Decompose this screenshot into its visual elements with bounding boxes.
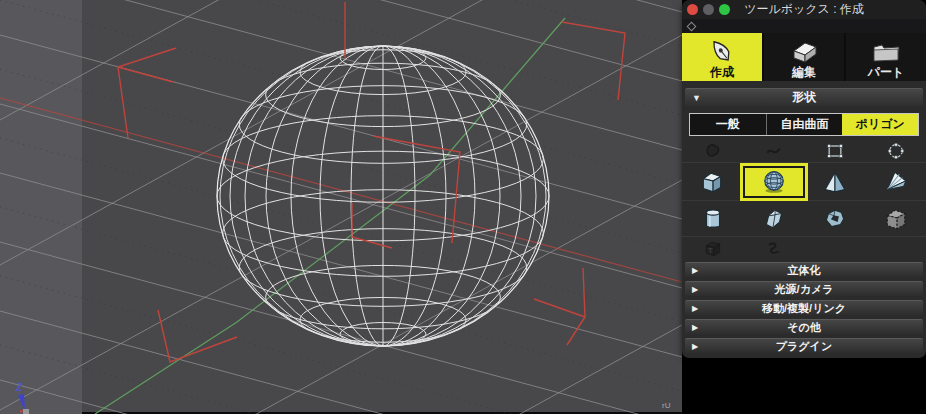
shape-section-header[interactable]: ▼ 形状 xyxy=(685,88,923,106)
section-solid[interactable]: ▶ 立体化 xyxy=(685,262,923,277)
collapsed-sections: ▶ 立体化 ▶ 光源/カメラ ▶ 移動/複製/リンク ▶ その他 ▶ プラグイン xyxy=(682,262,926,353)
tool-freeform-button-disabled[interactable] xyxy=(743,237,804,260)
cylinder-icon xyxy=(700,206,726,232)
toolbox-panel: ツールボックス : 作成 作成 xyxy=(682,0,926,358)
section-plugin[interactable]: ▶ プラグイン xyxy=(685,338,923,353)
eraser-icon xyxy=(787,38,821,66)
tool-circle-button[interactable] xyxy=(865,140,926,162)
tool-cylinder-button[interactable] xyxy=(682,201,743,236)
tool-empty-cell xyxy=(804,237,865,260)
app-window: Z rU ツールボックス : 作成 作成 xyxy=(0,0,926,414)
tool-grid: T xyxy=(682,140,926,260)
titlebar[interactable]: ツールボックス : 作成 xyxy=(682,0,926,19)
tool-open-line-button[interactable] xyxy=(743,140,804,162)
tool-cube-button[interactable] xyxy=(682,163,743,200)
pyramid-icon xyxy=(822,169,848,195)
tool-prism-button[interactable] xyxy=(743,201,804,236)
tab-edit[interactable]: 編集 xyxy=(764,33,844,81)
viewport-corner-text: rU xyxy=(662,401,670,410)
section-light-camera[interactable]: ▶ 光源/カメラ xyxy=(685,281,923,296)
subtab-general[interactable]: 一般 xyxy=(690,114,766,135)
window-title: ツールボックス : 作成 xyxy=(682,1,926,18)
section-other[interactable]: ▶ その他 xyxy=(685,319,923,334)
prism-icon xyxy=(761,206,787,232)
tab-create[interactable]: 作成 xyxy=(682,33,762,81)
selected-tool-highlight xyxy=(743,166,805,198)
svg-text:T: T xyxy=(708,246,713,255)
freeform-curve-icon xyxy=(763,239,785,259)
tool-pyramid-button[interactable] xyxy=(805,163,866,200)
torus-icon xyxy=(822,206,848,232)
open-line-icon xyxy=(763,141,785,161)
tool-empty-cell xyxy=(865,237,926,260)
rectangle-icon xyxy=(824,141,846,161)
section-move-duplicate-link[interactable]: ▶ 移動/複製/リンク xyxy=(685,300,923,315)
folder-icon xyxy=(869,38,903,66)
tool-dashed-cube-button[interactable] xyxy=(865,201,926,236)
tab-part[interactable]: パート xyxy=(846,33,926,81)
tool-text-cube-button-disabled[interactable]: T xyxy=(682,237,743,260)
subtab-freeform[interactable]: 自由曲面 xyxy=(766,114,843,135)
tool-closed-line-button[interactable] xyxy=(682,140,743,162)
fan-icon xyxy=(883,169,909,195)
cube-icon xyxy=(699,169,725,195)
wireframe-sphere-scene xyxy=(0,0,682,414)
3d-viewport[interactable]: Z rU xyxy=(0,0,682,414)
circle-icon xyxy=(885,141,907,161)
tool-fan-button[interactable] xyxy=(865,163,926,200)
subtab-polygon[interactable]: ポリゴン xyxy=(842,114,918,135)
sphere-icon xyxy=(761,169,787,195)
tool-torus-button[interactable] xyxy=(804,201,865,236)
dashed-cube-icon xyxy=(883,206,909,232)
closed-line-icon xyxy=(702,141,724,161)
z-axis-label: Z xyxy=(16,382,22,393)
pen-nib-icon xyxy=(705,38,739,66)
diamond-collapse-icon[interactable] xyxy=(687,21,697,31)
shape-type-subtabs: 一般 自由曲面 ポリゴン xyxy=(689,113,919,136)
tool-rectangle-button[interactable] xyxy=(804,140,865,162)
widget-row xyxy=(682,19,926,33)
text-cube-icon: T xyxy=(702,239,724,259)
main-tabs: 作成 編集 パート xyxy=(682,33,926,81)
tool-sphere-button-selected[interactable] xyxy=(743,163,805,200)
